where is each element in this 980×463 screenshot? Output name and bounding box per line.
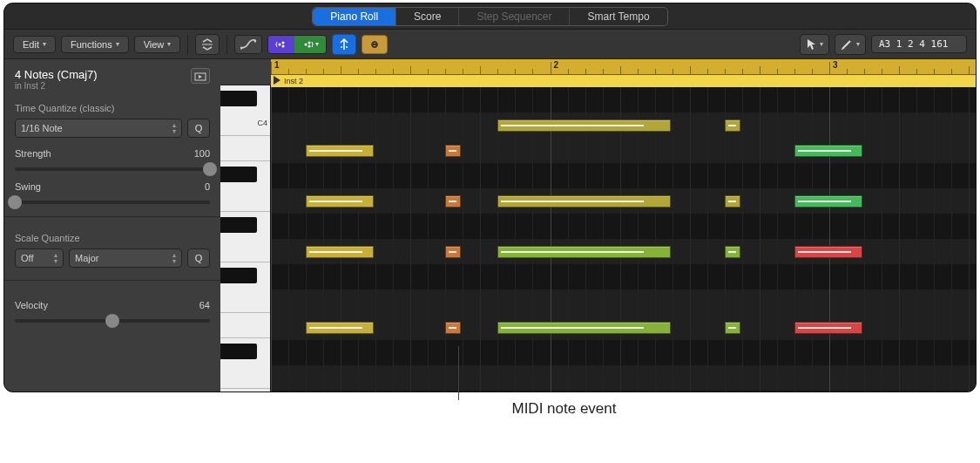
piano-roll-window: Piano Roll Score Step Sequencer Smart Te… <box>4 3 976 392</box>
midi-note[interactable] <box>306 246 374 258</box>
midi-note[interactable] <box>725 322 740 334</box>
tab-score[interactable]: Score <box>396 8 459 25</box>
midi-note[interactable] <box>497 119 670 132</box>
midi-note[interactable] <box>794 246 862 258</box>
toolbar: Edit▾ Functions▾ View▾ ▾ ▾ <box>4 30 976 59</box>
midi-note[interactable] <box>497 246 670 258</box>
strength-value: 100 <box>194 148 210 159</box>
scale-type-select[interactable]: Major▴▾ <box>69 249 182 268</box>
tab-smart-tempo[interactable]: Smart Tempo <box>570 8 666 25</box>
midi-note[interactable] <box>725 246 740 258</box>
tab-step-sequencer: Step Sequencer <box>459 8 570 25</box>
playhead-icon <box>273 75 281 87</box>
svg-point-10 <box>341 46 342 48</box>
pencil-tool-icon[interactable]: ▾ <box>835 34 866 55</box>
piano-roll-editor: C4C3 123 Inst 2 <box>220 59 976 392</box>
midi-note[interactable] <box>497 322 670 334</box>
collapse-icon[interactable] <box>195 34 220 55</box>
strength-label: Strength <box>15 148 51 159</box>
velocity-slider[interactable] <box>15 319 210 323</box>
region-name: Inst 2 <box>284 77 303 85</box>
scale-root-select[interactable]: Off▴▾ <box>15 249 64 268</box>
midi-note[interactable] <box>794 322 862 334</box>
midi-note[interactable] <box>725 119 740 132</box>
catch-content-icon[interactable] <box>191 68 210 84</box>
pointer-tool-icon[interactable]: ▾ <box>800 34 829 55</box>
scale-quantize-label: Scale Quantize <box>15 233 210 243</box>
midi-note[interactable] <box>306 145 374 157</box>
midi-note[interactable] <box>306 322 374 334</box>
time-quantize-label: Time Quantize (classic) <box>15 103 210 113</box>
midi-note[interactable] <box>794 145 862 157</box>
catch-playhead-icon[interactable] <box>332 34 356 55</box>
selection-title: 4 Notes (Cmaj7) <box>15 68 98 81</box>
svg-point-11 <box>346 46 348 48</box>
piano-keyboard[interactable]: C4C3 <box>220 85 271 392</box>
inspector-panel: 4 Notes (Cmaj7) in Inst 2 Time Quantize … <box>4 59 220 392</box>
automation-curve-icon[interactable] <box>234 35 262 54</box>
midi-note[interactable] <box>445 195 461 208</box>
svg-point-4 <box>282 41 285 44</box>
midi-note[interactable] <box>794 195 862 208</box>
midi-note[interactable] <box>306 195 374 208</box>
selection-subtitle: in Inst 2 <box>15 81 98 91</box>
midi-in-icon[interactable] <box>268 36 294 53</box>
midi-note[interactable] <box>725 195 740 208</box>
link-icon[interactable] <box>362 35 388 54</box>
velocity-value: 64 <box>199 300 210 310</box>
callout-line <box>458 346 459 400</box>
time-quantize-select[interactable]: 1/16 Note ▴▾ <box>15 119 182 138</box>
svg-point-5 <box>282 44 285 47</box>
quantize-button[interactable]: Q <box>187 119 210 138</box>
note-grid[interactable] <box>271 87 976 392</box>
editor-tabs: Piano Roll Score Step Sequencer Smart Te… <box>4 3 976 30</box>
time-ruler[interactable]: 123 <box>271 59 976 75</box>
position-readout: A3 1 2 4 161 <box>871 35 967 53</box>
view-menu[interactable]: View▾ <box>134 36 181 53</box>
midi-out-icon[interactable]: ▾ <box>294 36 326 53</box>
midi-note[interactable] <box>445 246 461 258</box>
tab-piano-roll[interactable]: Piano Roll <box>313 8 396 25</box>
midi-note[interactable] <box>445 322 461 334</box>
edit-menu[interactable]: Edit▾ <box>13 36 56 53</box>
annotation-label: MIDI note event <box>152 400 976 418</box>
midi-note[interactable] <box>445 145 461 157</box>
svg-point-1 <box>240 46 243 49</box>
svg-point-3 <box>279 43 281 45</box>
velocity-label: Velocity <box>15 300 48 310</box>
region-header[interactable]: Inst 2 <box>271 75 976 87</box>
svg-point-7 <box>308 41 311 44</box>
swing-label: Swing <box>15 181 41 192</box>
midi-note[interactable] <box>497 195 670 208</box>
svg-point-6 <box>305 43 308 45</box>
swing-slider[interactable] <box>15 201 210 204</box>
scale-quantize-button[interactable]: Q <box>187 249 210 268</box>
midi-activity-group[interactable]: ▾ <box>267 35 327 54</box>
svg-point-8 <box>308 44 311 47</box>
swing-value: 0 <box>205 181 210 192</box>
strength-slider[interactable] <box>15 167 210 171</box>
functions-menu[interactable]: Functions▾ <box>61 36 129 53</box>
